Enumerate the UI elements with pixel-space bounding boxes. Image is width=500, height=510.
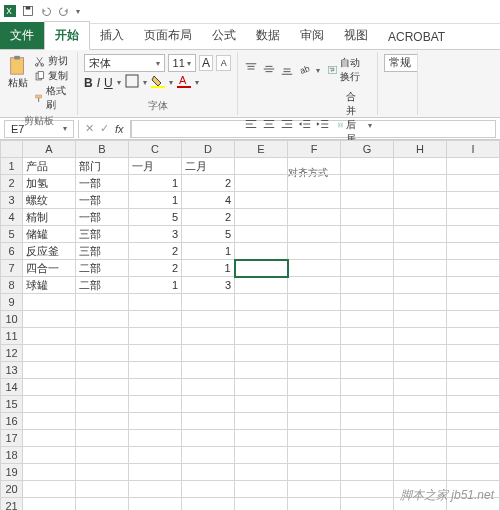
cell-A1[interactable]: 产品 xyxy=(23,158,76,175)
cell-D9[interactable] xyxy=(182,294,235,311)
tab-data[interactable]: 数据 xyxy=(246,22,290,49)
cell-A3[interactable]: 螺纹 xyxy=(23,192,76,209)
row-header-2[interactable]: 2 xyxy=(1,175,23,192)
cell-H6[interactable] xyxy=(394,243,447,260)
cell-D18[interactable] xyxy=(182,447,235,464)
cell-G20[interactable] xyxy=(341,481,394,498)
cell-F15[interactable] xyxy=(288,396,341,413)
cell-E19[interactable] xyxy=(235,464,288,481)
cell-G7[interactable] xyxy=(341,260,394,277)
align-center-button[interactable] xyxy=(262,117,276,133)
cell-B16[interactable] xyxy=(76,413,129,430)
cell-D12[interactable] xyxy=(182,345,235,362)
cell-D21[interactable] xyxy=(182,498,235,511)
cell-B10[interactable] xyxy=(76,311,129,328)
row-header-17[interactable]: 17 xyxy=(1,430,23,447)
cell-B15[interactable] xyxy=(76,396,129,413)
row-header-19[interactable]: 19 xyxy=(1,464,23,481)
increase-indent-button[interactable] xyxy=(316,117,330,133)
col-header-F[interactable]: F xyxy=(288,141,341,158)
fill-color-button[interactable] xyxy=(151,74,165,91)
row-header-13[interactable]: 13 xyxy=(1,362,23,379)
cell-E9[interactable] xyxy=(235,294,288,311)
row-header-11[interactable]: 11 xyxy=(1,328,23,345)
underline-button[interactable]: U xyxy=(104,76,113,90)
cell-A14[interactable] xyxy=(23,379,76,396)
cell-A6[interactable]: 反应釜 xyxy=(23,243,76,260)
cell-D13[interactable] xyxy=(182,362,235,379)
cell-H10[interactable] xyxy=(394,311,447,328)
cell-F11[interactable] xyxy=(288,328,341,345)
cell-C17[interactable] xyxy=(129,430,182,447)
cell-G10[interactable] xyxy=(341,311,394,328)
cell-A13[interactable] xyxy=(23,362,76,379)
cell-C9[interactable] xyxy=(129,294,182,311)
row-header-20[interactable]: 20 xyxy=(1,481,23,498)
enter-icon[interactable]: ✓ xyxy=(100,122,109,135)
cell-E12[interactable] xyxy=(235,345,288,362)
col-header-D[interactable]: D xyxy=(182,141,235,158)
cell-F3[interactable] xyxy=(288,192,341,209)
cell-F7[interactable] xyxy=(288,260,341,277)
cell-C6[interactable]: 2 xyxy=(129,243,182,260)
format-painter-button[interactable]: 格式刷 xyxy=(34,84,71,112)
cell-H1[interactable] xyxy=(394,158,447,175)
cell-D17[interactable] xyxy=(182,430,235,447)
cell-I1[interactable] xyxy=(447,158,500,175)
cell-C7[interactable]: 2 xyxy=(129,260,182,277)
cell-G9[interactable] xyxy=(341,294,394,311)
cell-C20[interactable] xyxy=(129,481,182,498)
cell-E17[interactable] xyxy=(235,430,288,447)
cell-A10[interactable] xyxy=(23,311,76,328)
cell-A11[interactable] xyxy=(23,328,76,345)
row-header-6[interactable]: 6 xyxy=(1,243,23,260)
cell-G2[interactable] xyxy=(341,175,394,192)
cell-B20[interactable] xyxy=(76,481,129,498)
cell-F12[interactable] xyxy=(288,345,341,362)
align-bottom-button[interactable] xyxy=(280,62,294,78)
cell-C13[interactable] xyxy=(129,362,182,379)
cell-I6[interactable] xyxy=(447,243,500,260)
cell-D4[interactable]: 2 xyxy=(182,209,235,226)
cell-B5[interactable]: 三部 xyxy=(76,226,129,243)
select-all-corner[interactable] xyxy=(1,141,23,158)
cell-I5[interactable] xyxy=(447,226,500,243)
cell-D1[interactable]: 二月 xyxy=(182,158,235,175)
border-button[interactable] xyxy=(125,74,139,91)
font-size-select[interactable]: 11▾ xyxy=(168,54,196,72)
cell-C14[interactable] xyxy=(129,379,182,396)
cell-F4[interactable] xyxy=(288,209,341,226)
cell-I3[interactable] xyxy=(447,192,500,209)
cell-H13[interactable] xyxy=(394,362,447,379)
cell-A9[interactable] xyxy=(23,294,76,311)
cell-D19[interactable] xyxy=(182,464,235,481)
cell-E11[interactable] xyxy=(235,328,288,345)
italic-button[interactable]: I xyxy=(97,76,100,90)
row-header-21[interactable]: 21 xyxy=(1,498,23,511)
cell-A15[interactable] xyxy=(23,396,76,413)
cell-I19[interactable] xyxy=(447,464,500,481)
row-header-16[interactable]: 16 xyxy=(1,413,23,430)
tab-insert[interactable]: 插入 xyxy=(90,22,134,49)
cell-G5[interactable] xyxy=(341,226,394,243)
cell-E16[interactable] xyxy=(235,413,288,430)
tab-view[interactable]: 视图 xyxy=(334,22,378,49)
cell-C10[interactable] xyxy=(129,311,182,328)
cell-G15[interactable] xyxy=(341,396,394,413)
cell-I16[interactable] xyxy=(447,413,500,430)
cell-E2[interactable] xyxy=(235,175,288,192)
cell-B7[interactable]: 二部 xyxy=(76,260,129,277)
cell-G18[interactable] xyxy=(341,447,394,464)
cell-A2[interactable]: 加氢 xyxy=(23,175,76,192)
cell-C19[interactable] xyxy=(129,464,182,481)
row-header-9[interactable]: 9 xyxy=(1,294,23,311)
cell-B4[interactable]: 一部 xyxy=(76,209,129,226)
cell-F10[interactable] xyxy=(288,311,341,328)
cell-I13[interactable] xyxy=(447,362,500,379)
row-header-14[interactable]: 14 xyxy=(1,379,23,396)
cell-G14[interactable] xyxy=(341,379,394,396)
cell-H8[interactable] xyxy=(394,277,447,294)
cell-I4[interactable] xyxy=(447,209,500,226)
decrease-font-button[interactable]: A xyxy=(216,55,231,71)
col-header-H[interactable]: H xyxy=(394,141,447,158)
